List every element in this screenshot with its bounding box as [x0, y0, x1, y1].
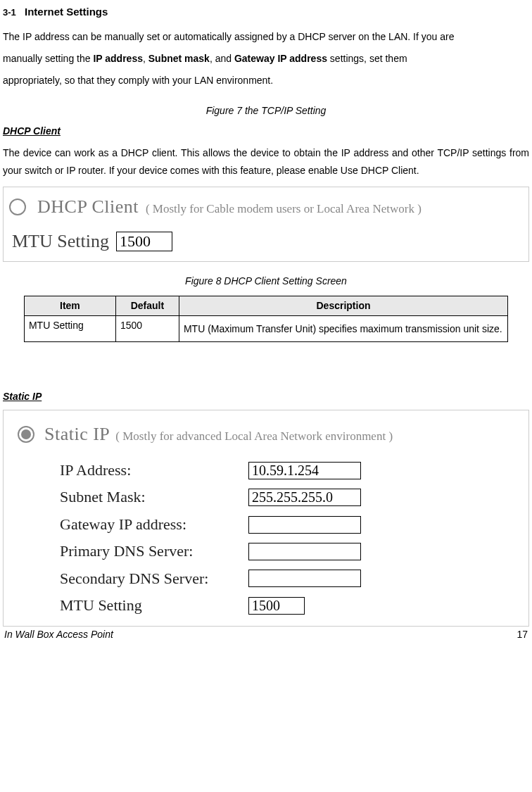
subnet-mask-input[interactable] — [248, 489, 361, 506]
figure7-caption: Figure 7 the TCP/IP Setting — [3, 104, 529, 118]
intro-paragraph: The IP address can be manually set or au… — [3, 26, 529, 91]
static-radio-icon[interactable] — [18, 426, 34, 443]
figure8-caption: Figure 8 DHCP Client Setting Screen — [3, 275, 529, 289]
td-description: MTU (Maximum Transfer Unit) specifies ma… — [179, 316, 507, 342]
th-item: Item — [24, 296, 115, 316]
th-default: Default — [115, 296, 179, 316]
dhcp-radio-icon[interactable] — [9, 199, 26, 215]
dhcp-description-table: Item Default Description MTU Setting 150… — [24, 296, 508, 343]
dhcp-mtu-row: MTU Setting — [12, 229, 523, 254]
static-screenshot-hint: ( Mostly for advanced Local Area Network… — [115, 428, 393, 445]
static-mtu-label: MTU Setting — [60, 596, 243, 615]
footer-page-number: 17 — [517, 628, 528, 642]
dhcp-screenshot: DHCP Client ( Mostly for Cable modem use… — [3, 187, 529, 262]
dhcp-mtu-input[interactable] — [116, 232, 172, 251]
dhcp-radio-row: DHCP Client ( Mostly for Cable modem use… — [9, 194, 523, 220]
td-item: MTU Setting — [24, 316, 115, 342]
static-screenshot-title: Static IP — [44, 422, 110, 447]
subnet-mask-label: Subnet Mask: — [60, 488, 243, 506]
intro-line3: appropriately, so that they comply with … — [3, 75, 273, 86]
intro-line1: The IP address can be manually set or au… — [3, 31, 454, 42]
table-header-row: Item Default Description — [24, 296, 507, 316]
static-mtu-input[interactable] — [248, 597, 305, 615]
section-header: 3-1 Internet Settings — [3, 4, 529, 19]
section-number: 3-1 — [3, 7, 16, 18]
ip-address-label: IP Address: — [60, 461, 243, 479]
dhcp-client-heading: DHCP Client — [3, 125, 529, 139]
intro-line2-post: settings, set them — [327, 53, 407, 64]
gateway-label: Gateway IP address: — [60, 515, 243, 534]
gateway-input[interactable] — [248, 516, 361, 534]
primary-dns-label: Primary DNS Server: — [60, 542, 243, 560]
ip-address-input[interactable] — [248, 462, 361, 479]
bold-gateway: Gateway IP address — [234, 53, 327, 64]
secondary-dns-input[interactable] — [248, 570, 361, 587]
primary-dns-input[interactable] — [248, 543, 361, 560]
section-title: Internet Settings — [25, 6, 108, 18]
td-default: 1500 — [115, 316, 179, 342]
bold-subnet-mask: Subnet mask — [148, 53, 210, 64]
table-row: MTU Setting 1500 MTU (Maximum Transfer U… — [24, 316, 507, 342]
static-fields-grid: IP Address: Subnet Mask: Gateway IP addr… — [60, 461, 514, 615]
dhcp-screenshot-title: DHCP Client — [37, 194, 139, 220]
dhcp-body-text: The device can work as a DHCP client. Th… — [3, 144, 529, 180]
static-radio-row: Static IP ( Mostly for advanced Local Ar… — [18, 422, 514, 447]
th-description: Description — [179, 296, 507, 316]
dhcp-mtu-label: MTU Setting — [12, 229, 109, 254]
footer-doc-title: In Wall Box Access Point — [4, 628, 113, 642]
footer: In Wall Box Access Point 17 — [3, 628, 529, 642]
bold-ip-address: IP address — [93, 53, 143, 64]
static-ip-screenshot: Static IP ( Mostly for advanced Local Ar… — [3, 410, 529, 627]
secondary-dns-label: Secondary DNS Server: — [60, 570, 243, 588]
dhcp-screenshot-hint: ( Mostly for Cable modem users or Local … — [146, 201, 422, 218]
intro-line2-pre: manually setting the — [3, 53, 93, 64]
static-ip-heading: Static IP — [3, 390, 529, 404]
